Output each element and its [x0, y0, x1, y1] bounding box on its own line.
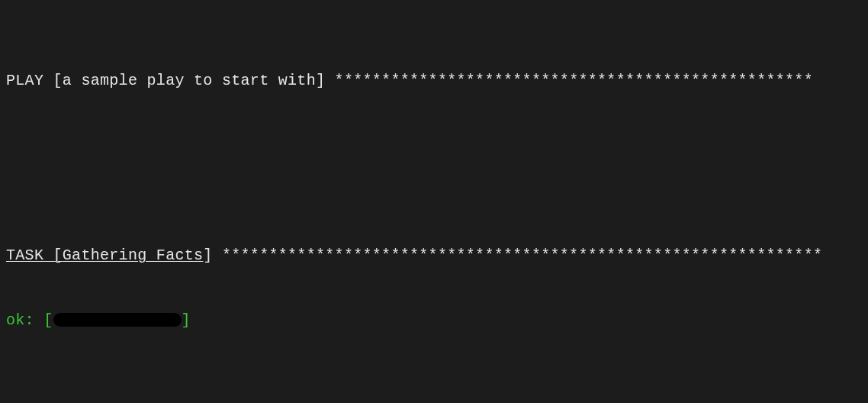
play-asterisks: ****************************************…: [335, 72, 813, 89]
task-gather-header-row: TASK [Gathering Facts] *****************…: [6, 245, 862, 267]
play-header-suffix: ]: [316, 72, 335, 89]
blank-line: [6, 398, 862, 403]
task-header-suffix: ]: [203, 247, 222, 264]
task-gather-asterisks: ****************************************…: [222, 247, 822, 264]
task-header-prefix: TASK [: [6, 247, 63, 264]
task-gather-result-row: ok: []: [6, 310, 862, 332]
task-gather-result-suffix: ]: [182, 311, 191, 329]
redacted-host: [53, 313, 182, 327]
blank-line: [6, 157, 862, 179]
play-header-prefix: PLAY [: [6, 72, 63, 89]
task-gather-name: Gathering Facts: [63, 247, 204, 264]
play-name: a sample play to start with: [63, 72, 316, 89]
play-header-row: PLAY [a sample play to start with] *****…: [6, 70, 862, 92]
terminal-output: PLAY [a sample play to start with] *****…: [0, 0, 868, 403]
task-gather-result-prefix: ok: [: [6, 311, 53, 329]
